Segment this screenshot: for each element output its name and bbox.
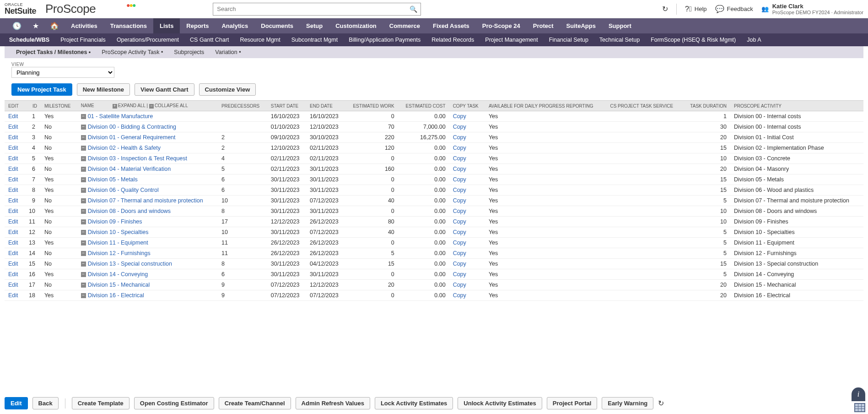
task-name-link[interactable]: 01 - Satellite Manufacture (88, 113, 153, 120)
edit-link[interactable]: Edit (8, 176, 18, 183)
col-edit[interactable]: EDIT (5, 101, 24, 111)
nav-fixed-assets[interactable]: Fixed Assets (426, 18, 476, 33)
copy-link[interactable]: Copy (453, 218, 466, 225)
edit-link[interactable]: Edit (8, 187, 18, 193)
collapse-icon[interactable]: − (81, 156, 86, 161)
search-icon[interactable]: 🔍 (410, 5, 417, 13)
nav-setup[interactable]: Setup (300, 18, 329, 33)
expand-all-button[interactable]: +EXPAND ALL (113, 103, 146, 108)
collapse-icon[interactable]: − (81, 146, 86, 151)
col-proscope-activity[interactable]: PROSCOPE ACTIVITY (730, 101, 863, 111)
task-name-link[interactable]: Division 01 - General Requirement (88, 134, 176, 141)
new-project-task-button[interactable]: New Project Task (11, 83, 72, 96)
copy-link[interactable]: Copy (453, 176, 466, 183)
task-name-link[interactable]: Division 13 - Special construction (88, 261, 172, 267)
nav-customization[interactable]: Customization (329, 18, 383, 33)
col-copy-task[interactable]: COPY TASK (449, 101, 485, 111)
home-icon[interactable]: 🏠 (44, 18, 65, 33)
copy-link[interactable]: Copy (453, 155, 466, 162)
recent-icon[interactable]: 🕓 (7, 18, 27, 33)
subnav-subcontract-mgmt[interactable]: Subcontract Mgmt (291, 37, 338, 43)
copy-link[interactable]: Copy (453, 250, 466, 256)
copy-link[interactable]: Copy (453, 271, 466, 278)
subsub-subprojects[interactable]: Subprojects (174, 49, 204, 55)
edit-link[interactable]: Edit (8, 282, 18, 288)
customize-view-button[interactable]: Customize View (199, 83, 256, 96)
task-name-link[interactable]: Division 07 - Thermal and moisture prote… (88, 197, 203, 204)
subnav-project-management[interactable]: Project Management (485, 37, 538, 43)
view-gantt-chart-button[interactable]: View Gantt Chart (135, 83, 194, 96)
copy-link[interactable]: Copy (453, 292, 466, 299)
subsub-proscope-activity-task[interactable]: ProScope Activity Task • (102, 49, 163, 55)
edit-link[interactable]: Edit (8, 134, 18, 141)
edit-link[interactable]: Edit (8, 197, 18, 204)
edit-link[interactable]: Edit (8, 218, 18, 225)
collapse-icon[interactable]: − (81, 209, 86, 214)
subnav-project-financials[interactable]: Project Financials (60, 37, 106, 43)
search-input[interactable] (213, 3, 421, 16)
collapse-icon[interactable]: − (81, 114, 86, 119)
nav-reports[interactable]: Reports (180, 18, 215, 33)
user-menu[interactable]: 👥 Katie Clark ProScope DEMO FY2024 · Adm… (761, 3, 863, 15)
task-name-link[interactable]: Division 15 - Mechanical (88, 282, 150, 288)
copy-link[interactable]: Copy (453, 197, 466, 204)
copy-link[interactable]: Copy (453, 261, 466, 267)
subsub-variation[interactable]: Variation • (215, 49, 241, 55)
collapse-icon[interactable]: − (81, 219, 86, 224)
task-name-link[interactable]: Division 12 - Furnishings (88, 250, 151, 256)
collapse-icon[interactable]: − (81, 293, 86, 298)
nav-pro-scope-24[interactable]: Pro-Scope 24 (476, 18, 527, 33)
collapse-icon[interactable]: − (81, 272, 86, 277)
copy-link[interactable]: Copy (453, 113, 466, 120)
new-milestone-button[interactable]: New Milestone (77, 83, 130, 96)
copy-link[interactable]: Copy (453, 124, 466, 130)
subnav-financial-setup[interactable]: Financial Setup (549, 37, 588, 43)
subnav-related-records[interactable]: Related Records (431, 37, 474, 43)
favorites-icon[interactable]: ★ (27, 18, 44, 33)
edit-link[interactable]: Edit (8, 166, 18, 172)
subnav-formscope-hseq-risk-mgmt-[interactable]: FormScope (HSEQ & Risk Mgmt) (651, 37, 736, 43)
task-name-link[interactable]: Division 08 - Doors and windows (88, 208, 171, 214)
copy-link[interactable]: Copy (453, 240, 466, 246)
collapse-icon[interactable]: − (81, 125, 86, 130)
history-icon[interactable]: ↻ (662, 5, 668, 13)
collapse-icon[interactable]: − (81, 261, 86, 267)
nav-analytics[interactable]: Analytics (215, 18, 254, 33)
edit-link[interactable]: Edit (8, 124, 18, 130)
edit-link[interactable]: Edit (8, 250, 18, 256)
task-name-link[interactable]: Division 02 - Health & Safety (88, 145, 161, 151)
nav-lists[interactable]: Lists (153, 18, 180, 33)
edit-link[interactable]: Edit (8, 208, 18, 214)
task-name-link[interactable]: Division 14 - Conveying (88, 271, 148, 278)
collapse-icon[interactable]: − (81, 167, 86, 172)
col-id[interactable]: ID (24, 101, 41, 111)
copy-link[interactable]: Copy (453, 145, 466, 151)
edit-link[interactable]: Edit (8, 113, 18, 120)
view-select[interactable]: Planning (11, 67, 114, 78)
col-cs-project-task-service[interactable]: CS PROJECT TASK SERVICE (606, 101, 683, 111)
collapse-icon[interactable]: − (81, 177, 86, 182)
collapse-icon[interactable]: − (81, 251, 86, 256)
subsub-project-tasks-milestones[interactable]: Project Tasks / Milestones • (16, 49, 91, 55)
collapse-icon[interactable]: − (81, 198, 86, 203)
copy-link[interactable]: Copy (453, 282, 466, 288)
edit-link[interactable]: Edit (8, 261, 18, 267)
task-name-link[interactable]: Division 04 - Material Verification (88, 166, 171, 172)
col-milestone[interactable]: MILESTONE (41, 101, 77, 111)
copy-link[interactable]: Copy (453, 134, 466, 141)
collapse-icon[interactable]: − (81, 230, 86, 235)
nav-commerce[interactable]: Commerce (383, 18, 426, 33)
subnav-cs-gantt-chart[interactable]: CS Gantt Chart (190, 37, 229, 43)
subnav-operations-procurement[interactable]: Operations/Procurement (117, 37, 179, 43)
nav-support[interactable]: Support (602, 18, 638, 33)
nav-transactions[interactable]: Transactions (104, 18, 153, 33)
collapse-icon[interactable]: − (81, 135, 86, 140)
edit-link[interactable]: Edit (8, 292, 18, 299)
col-estimated-work[interactable]: ESTIMATED WORK (345, 101, 398, 111)
col-estimated-cost[interactable]: ESTIMATED COST (398, 101, 449, 111)
col-start-date[interactable]: START DATE (267, 101, 306, 111)
nav-protect[interactable]: Protect (527, 18, 560, 33)
collapse-icon[interactable]: − (81, 283, 86, 288)
collapse-icon[interactable]: − (81, 240, 86, 245)
task-name-link[interactable]: Division 09 - Finishes (88, 218, 142, 225)
